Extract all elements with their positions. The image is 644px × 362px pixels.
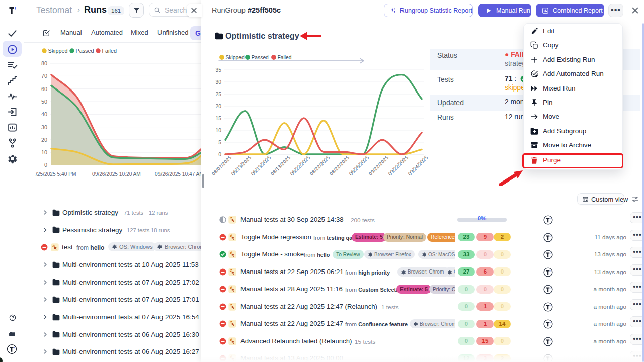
svg-text:10: 10 xyxy=(41,149,47,155)
svg-text:50: 50 xyxy=(41,99,47,105)
svg-text:Skipped: Skipped xyxy=(48,48,68,54)
svg-text:40: 40 xyxy=(41,111,47,117)
svg-text:60: 60 xyxy=(41,86,47,92)
svg-text:80: 80 xyxy=(41,60,47,66)
svg-text:09/26/2025 10:20 AM: 09/26/2025 10:20 AM xyxy=(92,171,141,177)
svg-text:Passed: Passed xyxy=(76,48,94,54)
svg-text:09/26/2025 10:47 AM: 09/26/2025 10:47 AM xyxy=(155,171,202,177)
svg-text:Failed: Failed xyxy=(102,48,117,54)
svg-text:/25/2025 5:40 PM: /25/2025 5:40 PM xyxy=(36,171,76,177)
svg-text:70: 70 xyxy=(41,73,47,79)
svg-text:0: 0 xyxy=(44,162,47,168)
svg-text:30: 30 xyxy=(41,124,47,130)
svg-text:20: 20 xyxy=(41,137,47,143)
